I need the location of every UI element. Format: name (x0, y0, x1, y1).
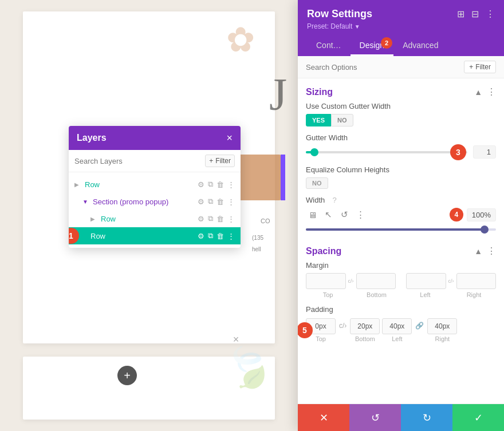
close-canvas-button[interactable]: × (229, 333, 243, 346)
item-icons: ⚙ ⧉ 🗑 ⋮ (198, 197, 235, 206)
settings-icon[interactable]: ⚙ (198, 180, 204, 189)
equalize-setting: Equalize Column Heights NO (306, 165, 496, 189)
spacing-collapse-icon[interactable]: ▲ (474, 247, 482, 256)
settings-search-row: + Filter (298, 56, 504, 78)
delete-icon[interactable]: 🗑 (216, 197, 224, 206)
settings-search-input[interactable] (306, 63, 464, 72)
gutter-width-label: Gutter Width (306, 133, 496, 142)
arrow-down-icon: ▼ (82, 199, 89, 205)
width-slider-row (306, 228, 496, 231)
padding-link-1: c/› (339, 322, 346, 330)
more-icon[interactable]: ⋮ (227, 197, 235, 206)
gutter-slider-row: 3 1 (306, 145, 496, 159)
margin-link-1: c/› (348, 278, 354, 284)
tab-content[interactable]: Cont… (307, 36, 351, 56)
item-icons: ⚙ ⧉ 🗑 ⋮ (198, 214, 235, 223)
width-cursor-icon[interactable]: ↖ (322, 209, 334, 220)
item-label: Row (90, 232, 194, 240)
save-button[interactable]: ✓ (452, 404, 504, 431)
gutter-slider-track[interactable] (306, 151, 467, 153)
width-help-icon[interactable]: ? (328, 196, 341, 204)
settings-icon[interactable]: ⚙ (198, 215, 204, 223)
duplicate-icon[interactable]: ⧉ (208, 180, 213, 189)
padding-inputs-grid: 5 Top c/› Bottom Left 🔗 Right (306, 318, 496, 342)
undo-button[interactable]: ↺ (349, 404, 401, 431)
more-icon[interactable]: ⋮ (227, 215, 235, 223)
margin-bottom-input[interactable] (356, 273, 396, 289)
duplicate-icon[interactable]: ⧉ (208, 231, 213, 240)
expand-icon[interactable]: ⊞ (457, 9, 464, 19)
margin-left-input[interactable] (406, 273, 446, 289)
purple-stripe (281, 155, 285, 200)
gutter-width-slider-setting: Gutter Width 3 1 (306, 133, 496, 159)
delete-icon[interactable]: 🗑 (216, 232, 224, 240)
equalize-toggle[interactable]: NO (306, 177, 328, 189)
section-controls: ▲ ⋮ (474, 246, 496, 256)
duplicate-icon[interactable]: ⧉ (208, 214, 213, 223)
yes-button[interactable]: YES (306, 114, 331, 126)
item-label: Row (101, 215, 194, 223)
margin-right-label: Right (452, 291, 496, 298)
layers-search-row: + Filter (69, 150, 241, 172)
layers-list: ▶ Row ⚙ ⧉ 🗑 ⋮ ▼ Section (promo popup) ⚙ … (69, 172, 241, 248)
list-item[interactable]: ▶ Row ⚙ ⧉ 🗑 ⋮ (69, 210, 241, 227)
margin-labels-row: Top Bottom Left Right (306, 291, 496, 298)
redo-button[interactable]: ↻ (401, 404, 452, 431)
width-label-row: Width ? (306, 196, 496, 204)
margin-inputs-row: c/› c/› (306, 273, 496, 289)
sizing-more-icon[interactable]: ⋮ (487, 86, 496, 97)
duplicate-icon[interactable]: ⧉ (208, 197, 213, 206)
slider-thumb[interactable] (310, 148, 318, 156)
arrow-icon: ▶ (90, 216, 97, 222)
sizing-collapse-icon[interactable]: ▲ (474, 88, 482, 97)
letter-j: J (269, 69, 287, 121)
more-icon[interactable]: ⋮ (227, 180, 235, 189)
width-more-icon[interactable]: ⋮ (354, 209, 367, 220)
gutter-label: Use Custom Gutter Width (306, 102, 496, 110)
arrow-icon: ▶ (74, 181, 81, 188)
more-icon[interactable]: ⋮ (227, 232, 235, 240)
tab-badge-2: 2 (381, 37, 392, 49)
layers-close-button[interactable]: × (226, 133, 233, 143)
padding-right-input[interactable] (427, 318, 457, 334)
close-icon: × (233, 334, 239, 346)
row-settings-header: Row Settings ⊞ ⊟ ⋮ Preset: Default ▼ Con… (298, 0, 504, 56)
settings-tabs: Cont… Design 2 Advanced (307, 36, 495, 56)
tab-advanced[interactable]: Advanced (393, 36, 447, 56)
width-undo-icon[interactable]: ↺ (338, 209, 351, 220)
add-section-button[interactable]: + (117, 366, 137, 385)
settings-icon[interactable]: ⚙ (198, 232, 204, 240)
settings-filter-button[interactable]: + Filter (464, 61, 496, 73)
list-item[interactable]: ▶ Row ⚙ ⧉ 🗑 ⋮ (69, 176, 241, 193)
collapse-icon[interactable]: ⊟ (471, 9, 479, 19)
list-item[interactable]: 1 Row ⚙ ⧉ 🗑 ⋮ (69, 227, 241, 244)
margin-right-input[interactable] (456, 273, 497, 289)
layers-search-input[interactable] (74, 157, 200, 165)
margin-top-input[interactable] (306, 273, 346, 289)
settings-icon[interactable]: ⚙ (198, 197, 204, 206)
no-button[interactable]: NO (331, 114, 353, 126)
margin-bottom-label: Bottom (355, 291, 399, 298)
item-label: Row (85, 180, 194, 189)
padding-top-label: Top (316, 335, 326, 342)
padding-left-label: Left (392, 335, 402, 342)
cancel-button[interactable]: ✕ (298, 404, 349, 431)
padding-left-input[interactable] (382, 318, 412, 334)
item-icons: ⚙ ⧉ 🗑 ⋮ (198, 231, 235, 240)
width-slider-track[interactable] (306, 228, 496, 231)
width-desktop-icon[interactable]: 🖥 (306, 210, 318, 220)
delete-icon[interactable]: 🗑 (216, 215, 224, 223)
item-label: Section (promo popup) (93, 197, 194, 206)
delete-icon[interactable]: 🗑 (216, 180, 224, 189)
margin-label: Margin (306, 261, 496, 270)
tab-design[interactable]: Design 2 (351, 36, 394, 56)
list-item[interactable]: ▼ Section (promo popup) ⚙ ⧉ 🗑 ⋮ (69, 193, 241, 210)
more-icon[interactable]: ⋮ (486, 9, 495, 19)
spacing-more-icon[interactable]: ⋮ (487, 246, 496, 256)
padding-bottom-input[interactable] (350, 318, 380, 334)
spacing-section-header: Spacing ▲ ⋮ (306, 238, 496, 261)
layers-filter-button[interactable]: + Filter (205, 155, 235, 167)
width-thumb[interactable] (481, 226, 489, 234)
width-label: Width (306, 196, 325, 204)
equalize-label: Equalize Column Heights (306, 165, 496, 174)
